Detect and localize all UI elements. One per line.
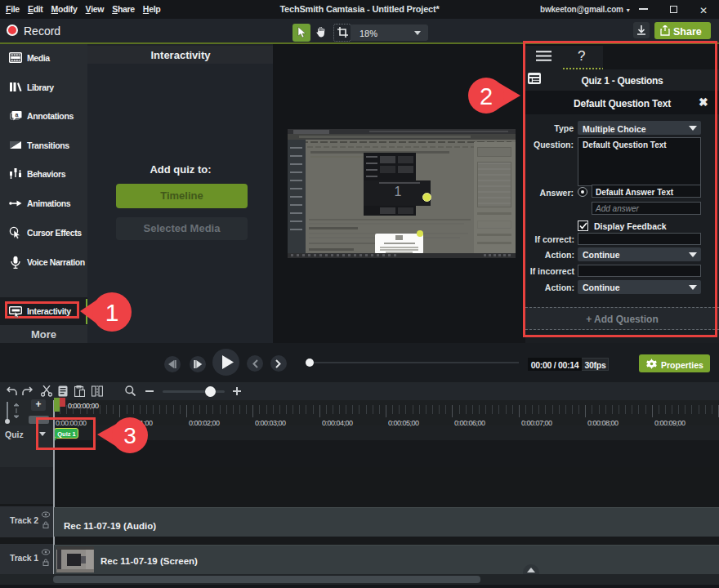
svg-text:3: 3 [123, 423, 136, 448]
svg-text:2: 2 [480, 83, 493, 109]
svg-text:1: 1 [105, 299, 119, 326]
svg-text:a: a [16, 112, 19, 118]
